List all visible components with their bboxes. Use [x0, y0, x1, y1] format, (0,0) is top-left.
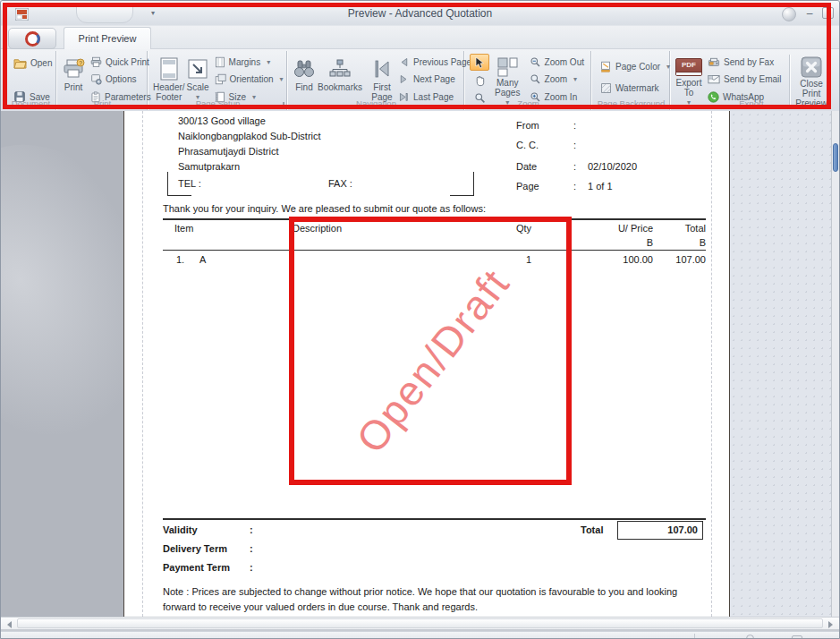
page-setup-dialog-launcher-icon[interactable]	[278, 102, 284, 108]
many-pages-icon	[496, 56, 519, 78]
zoom-out-label: Zoom Out	[545, 57, 584, 67]
scroll-right-arrow-icon[interactable]	[828, 621, 833, 628]
quick-print-label: Quick Print	[106, 57, 149, 67]
page-label: Page	[516, 181, 539, 192]
row-number: 1.	[176, 254, 184, 265]
ribbon: Print Preview Open	[1, 26, 839, 111]
corner-mark	[167, 195, 191, 196]
app-logo-icon	[24, 30, 41, 47]
cc-label: C. C.	[516, 140, 539, 150]
next-page-button[interactable]: Next Page	[395, 72, 475, 87]
group-caption-document: Document	[6, 98, 55, 109]
status-page-layout-icon[interactable]	[792, 635, 802, 639]
next-page-label: Next Page	[413, 74, 455, 84]
scale-icon	[187, 58, 208, 80]
open-button[interactable]: Open	[10, 55, 55, 71]
titlebar: ▾ Preview - Advanced Quotation –	[1, 1, 839, 26]
find-label: Find	[295, 82, 312, 92]
margins-label: Margins	[229, 57, 261, 67]
address-line: Naiklongbangplakod Sub-District	[178, 131, 321, 141]
printer-icon: ?	[62, 58, 85, 80]
horizontal-scrollbar[interactable]	[1, 617, 839, 630]
address-line: Samutprakarn	[178, 161, 240, 172]
horizontal-scrollbar-thumb[interactable]	[17, 618, 823, 628]
colon: :	[250, 524, 253, 535]
date-label: Date	[516, 161, 537, 172]
margin-guide-left	[142, 111, 143, 617]
minimize-button[interactable]: –	[803, 7, 816, 21]
zoom-out-button[interactable]: Zoom Out	[526, 55, 588, 70]
note-line: Note : Prices are subjected to change wi…	[163, 586, 677, 597]
group-caption-zoom: Zoom	[466, 98, 590, 109]
hand-icon	[474, 74, 486, 87]
tab-print-preview[interactable]: Print Preview	[64, 27, 151, 49]
corner-mark	[167, 172, 168, 196]
help-button[interactable]	[782, 7, 796, 21]
fax-label: FAX :	[328, 178, 352, 189]
pdf-badge-label: PDF	[682, 61, 696, 69]
scroll-left-arrow-icon[interactable]	[7, 621, 12, 628]
zoom-button[interactable]: Zoom	[526, 72, 588, 87]
open-label: Open	[30, 58, 52, 68]
page-color-button[interactable]: Page Color	[597, 58, 674, 74]
group-export: PDF Export To Send by Fax	[672, 51, 831, 110]
date-value: 02/10/2020	[588, 161, 637, 172]
pointer-tool-button[interactable]	[470, 54, 489, 71]
colon: :	[573, 140, 576, 150]
intro-text: Thank you for your inquiry. We are pleas…	[163, 203, 486, 214]
margins-icon	[215, 56, 225, 68]
pointer-cursor-icon	[474, 56, 485, 69]
options-button[interactable]: Options	[87, 72, 155, 87]
status-zoom-control-icon[interactable]	[746, 635, 754, 639]
ribbon-body: Open Save Document	[1, 49, 839, 111]
window-title: Preview - Advanced Quotation	[1, 7, 839, 20]
row-item: A	[199, 254, 206, 265]
col-header-total: Total	[639, 223, 706, 234]
row-qty: 1	[478, 254, 531, 265]
application-menu-button[interactable]	[8, 28, 56, 49]
vertical-scrollbar[interactable]	[831, 111, 839, 617]
col-header-qty: Qty	[478, 223, 531, 234]
row-total: 107.00	[639, 254, 706, 265]
group-caption-navigation: Navigation	[289, 98, 463, 109]
orientation-button[interactable]: Orientation	[211, 72, 287, 87]
watermark-icon	[600, 82, 612, 94]
group-page-setup: Header/ Footer Scale	[149, 51, 287, 110]
table-bottom-line	[163, 518, 706, 520]
colon: :	[573, 120, 576, 131]
hand-tool-button[interactable]	[470, 72, 489, 89]
preview-surface[interactable]: 300/13 Good village Naiklongbangplakod S…	[1, 111, 839, 617]
ribbon-tab-row: Print Preview	[1, 26, 839, 49]
group-caption-export: Export	[672, 98, 831, 109]
send-by-email-button[interactable]: Send by Email	[704, 72, 785, 87]
quick-print-button[interactable]: Quick Print	[87, 55, 155, 70]
document-page: 300/13 Good village Naiklongbangplakod S…	[123, 111, 730, 617]
table-top-line	[163, 218, 706, 220]
total-label: Total	[581, 524, 603, 535]
col-header-description: Description	[293, 223, 342, 234]
group-zoom: Many Pages Zoom Out	[466, 51, 591, 110]
send-by-fax-button[interactable]: Send by Fax	[704, 55, 785, 70]
export-to-label: Export To	[675, 78, 702, 98]
orientation-label: Orientation	[230, 74, 274, 84]
status-separator	[694, 634, 695, 639]
options-icon	[90, 73, 102, 85]
colon: :	[573, 161, 576, 172]
colon: :	[250, 562, 253, 573]
margins-button[interactable]: Margins	[211, 55, 287, 70]
pdf-icon: PDF	[675, 58, 702, 76]
fax-icon	[708, 57, 720, 68]
tel-label: TEL :	[178, 178, 201, 189]
note-line: forward to receive your valued orders in…	[163, 601, 478, 612]
col-header-item: Item	[174, 223, 193, 234]
group-caption-print: Print	[58, 98, 147, 109]
zoom-icon	[530, 73, 541, 85]
vertical-scrollbar-thumb[interactable]	[833, 143, 838, 172]
maximize-button[interactable]	[822, 7, 834, 19]
watermark-button[interactable]: Watermark	[597, 80, 674, 96]
send-by-fax-label: Send by Fax	[724, 57, 774, 67]
margin-guide-right	[711, 111, 712, 617]
previous-page-button[interactable]: Previous Page	[395, 55, 475, 70]
scale-label: Scale	[187, 82, 209, 92]
group-print: ? Print Quick Print	[58, 51, 148, 110]
